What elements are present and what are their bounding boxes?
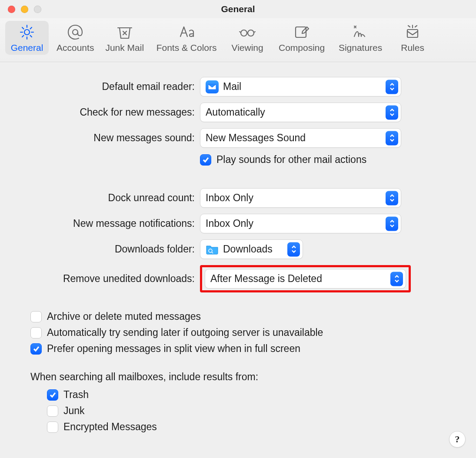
- folder-icon: [206, 244, 219, 255]
- titlebar: General: [0, 0, 476, 18]
- tab-label: General: [11, 43, 43, 53]
- traffic-lights: [8, 6, 41, 13]
- label-search-encrypted: Encrypted Messages: [63, 421, 157, 433]
- row-search-encrypted: Encrypted Messages: [47, 421, 446, 433]
- label-archive-muted: Archive or delete muted messages: [47, 311, 201, 322]
- svg-point-3: [248, 30, 254, 36]
- label-search-junk: Junk: [63, 405, 85, 417]
- label-default-reader: Default email reader:: [30, 81, 200, 93]
- chevrons-icon: [386, 216, 398, 231]
- label-remove-unedited: Remove unedited downloads:: [30, 273, 200, 285]
- label-play-sounds: Play sounds for other mail actions: [216, 154, 366, 166]
- chevrons-icon: [390, 272, 403, 286]
- signature-icon: [352, 23, 369, 41]
- chevrons-icon: [386, 191, 398, 205]
- svg-point-1: [73, 30, 78, 35]
- row-downloads-folder: Downloads folder: Downloads: [30, 239, 446, 259]
- label-new-notifications: New message notifications:: [30, 218, 200, 229]
- label-new-sound: New messages sound:: [30, 132, 200, 144]
- tab-label: Rules: [401, 43, 424, 53]
- label-search-trash: Trash: [63, 389, 89, 401]
- glasses-icon: [239, 23, 256, 41]
- popup-new-notifications[interactable]: Inbox Only: [200, 214, 401, 233]
- chevrons-icon: [386, 105, 398, 119]
- popup-value: Mail: [223, 81, 241, 93]
- tab-label: Junk Mail: [105, 43, 144, 53]
- popup-value: Inbox Only: [206, 218, 253, 229]
- zoom-window-button[interactable]: [34, 6, 41, 13]
- chevrons-icon: [287, 242, 300, 256]
- label-check-messages: Check for new messages:: [30, 106, 200, 118]
- tab-rules[interactable]: Rules: [391, 21, 434, 55]
- tab-label: Viewing: [232, 43, 263, 53]
- checkbox-archive-muted[interactable]: [30, 311, 42, 322]
- row-play-sounds: Play sounds for other mail actions: [30, 154, 446, 170]
- label-auto-retry: Automatically try sending later if outgo…: [47, 327, 323, 339]
- chevrons-icon: [386, 80, 398, 94]
- typography-icon: [178, 23, 195, 41]
- row-check-messages: Check for new messages: Automatically: [30, 103, 446, 122]
- tab-viewing[interactable]: Viewing: [226, 21, 269, 55]
- checkbox-search-encrypted[interactable]: [47, 421, 58, 433]
- checkbox-split-view[interactable]: [30, 343, 42, 355]
- annotation-highlight: After Message is Deleted: [200, 265, 411, 292]
- row-new-sound: New messages sound: New Messages Sound: [30, 128, 446, 148]
- checkbox-search-junk[interactable]: [47, 405, 58, 417]
- row-split-view: Prefer opening messages in split view wh…: [30, 343, 446, 355]
- popup-check-messages[interactable]: Automatically: [200, 103, 401, 122]
- popup-value: Automatically: [206, 106, 265, 118]
- tab-general[interactable]: General: [5, 21, 49, 55]
- tab-fonts-colors[interactable]: Fonts & Colors: [152, 21, 221, 55]
- help-button[interactable]: ?: [449, 431, 466, 448]
- label-dock-unread: Dock unread count:: [30, 192, 200, 204]
- tab-label: Composing: [279, 43, 325, 53]
- svg-point-0: [24, 30, 30, 35]
- popup-value: New Messages Sound: [206, 132, 306, 144]
- popup-remove-unedited[interactable]: After Message is Deleted: [205, 269, 406, 289]
- close-window-button[interactable]: [8, 6, 15, 13]
- popup-downloads-folder[interactable]: Downloads: [200, 239, 303, 259]
- tab-accounts[interactable]: Accounts: [53, 21, 97, 55]
- tab-label: Accounts: [57, 43, 94, 53]
- svg-point-2: [241, 30, 247, 36]
- tab-label: Signatures: [339, 43, 382, 53]
- label-split-view: Prefer opening messages in split view wh…: [47, 343, 300, 355]
- tab-composing[interactable]: Composing: [273, 21, 330, 55]
- mail-app-icon: [206, 80, 219, 93]
- at-icon: [67, 23, 84, 41]
- row-search-junk: Junk: [47, 405, 446, 417]
- checkbox-auto-retry[interactable]: [30, 327, 42, 339]
- svg-rect-5: [407, 30, 418, 37]
- checkbox-play-sounds[interactable]: [200, 154, 211, 166]
- chevrons-icon: [386, 131, 398, 145]
- gear-icon: [18, 23, 36, 41]
- tab-signatures[interactable]: Signatures: [334, 21, 386, 55]
- popup-value: Downloads: [223, 243, 273, 255]
- tab-label: Fonts & Colors: [156, 43, 217, 53]
- window-title: General: [221, 4, 255, 14]
- search-heading: When searching all mailboxes, include re…: [30, 371, 446, 383]
- trash-icon: [116, 23, 133, 41]
- popup-new-sound[interactable]: New Messages Sound: [200, 128, 401, 148]
- popup-value: Inbox Only: [206, 192, 253, 204]
- tab-junk-mail[interactable]: Junk Mail: [102, 21, 147, 55]
- preferences-toolbar: General Accounts Junk Mail Fonts & Color…: [0, 18, 476, 62]
- popup-default-reader[interactable]: Mail: [200, 77, 401, 96]
- label-downloads-folder: Downloads folder:: [30, 243, 200, 255]
- minimize-window-button[interactable]: [21, 6, 28, 13]
- row-remove-unedited: Remove unedited downloads: After Message…: [30, 265, 446, 292]
- popup-dock-unread[interactable]: Inbox Only: [200, 188, 401, 208]
- row-search-trash: Trash: [47, 389, 446, 401]
- row-dock-unread: Dock unread count: Inbox Only: [30, 188, 446, 208]
- rules-icon: [404, 23, 421, 41]
- svg-rect-4: [296, 27, 306, 37]
- row-auto-retry: Automatically try sending later if outgo…: [30, 327, 446, 339]
- row-default-reader: Default email reader: Mail: [30, 77, 446, 96]
- popup-value: After Message is Deleted: [210, 273, 322, 285]
- checkbox-search-trash[interactable]: [47, 389, 58, 401]
- compose-icon: [293, 23, 310, 41]
- row-archive-muted: Archive or delete muted messages: [30, 311, 446, 322]
- general-pane: Default email reader: Mail Check for new…: [0, 62, 476, 433]
- row-new-notifications: New message notifications: Inbox Only: [30, 214, 446, 233]
